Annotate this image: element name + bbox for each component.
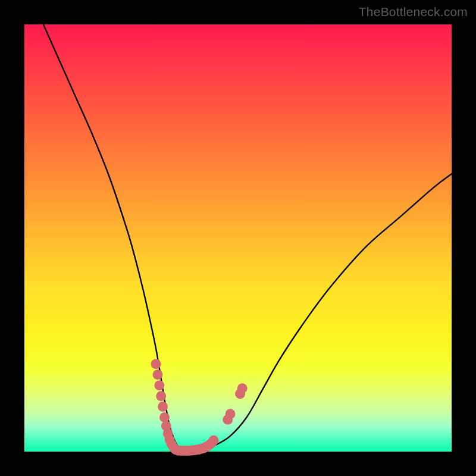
curve-marker [154,380,164,390]
curve-marker [151,359,161,369]
chart-plot-area [24,24,452,452]
curve-marker [237,383,248,393]
curve-marker [156,391,166,401]
curve-marker [209,436,219,446]
chart-svg [24,24,452,452]
curve-marker [226,409,236,419]
curve-markers [151,359,248,456]
curve-marker [158,402,168,412]
curve-marker [159,412,170,422]
watermark-text: TheBottleneck.com [359,5,468,19]
chart-frame: TheBottleneck.com [0,0,476,476]
curve-marker [153,369,163,380]
